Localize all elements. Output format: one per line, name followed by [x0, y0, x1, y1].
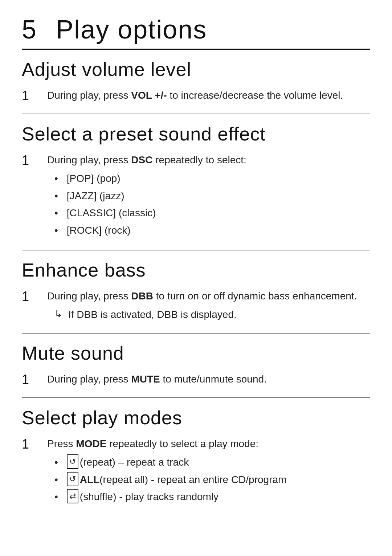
result-text: If DBB is activated, DBB is displayed.	[68, 307, 237, 322]
keyword-dsc: DSC	[131, 154, 152, 165]
section-adjust-volume: Adjust volume level 1 During play, press…	[22, 58, 370, 114]
step-content: Press MODE repeatedly to select a play m…	[47, 436, 370, 506]
keyword-dbb: DBB	[131, 290, 153, 302]
keyword-vol: VOL +/-	[131, 90, 167, 101]
list-item: [ROCK] (rock)	[47, 222, 370, 238]
shuffle-icon: ⇄	[67, 489, 78, 503]
step-content: During play, press MUTE to mute/unmute s…	[47, 371, 370, 387]
step-content: During play, press VOL +/- to increase/d…	[47, 87, 370, 103]
section-heading-preset-sound: Select a preset sound effect	[22, 123, 370, 145]
section-divider-3	[22, 333, 370, 334]
section-heading-mute-sound: Mute sound	[22, 342, 370, 364]
section-divider-1	[22, 114, 370, 114]
step-number: 1	[22, 288, 47, 304]
step-1-enhance-bass: 1 During play, press DBB to turn on or o…	[22, 288, 370, 323]
section-heading-adjust-volume: Adjust volume level	[22, 58, 370, 80]
section-mute-sound: Mute sound 1 During play, press MUTE to …	[22, 342, 370, 398]
repeat-icon: ↺	[67, 454, 78, 469]
play-modes-list: ↺ (repeat) – repeat a track ↺ ALL (repea…	[47, 454, 370, 504]
preset-sound-list: [POP] (pop) [JAZZ] (jazz) [CLASSIC] (cla…	[47, 171, 370, 238]
section-divider-2	[22, 250, 370, 250]
step-number: 1	[22, 152, 47, 168]
step-number: 1	[22, 87, 47, 103]
title-text: Play options	[56, 15, 207, 44]
step-1-adjust-volume: 1 During play, press VOL +/- to increase…	[22, 87, 370, 103]
chapter-number: 5	[22, 15, 37, 44]
list-item: ↺ (repeat) – repeat a track	[47, 454, 370, 470]
section-heading-play-modes: Select play modes	[22, 407, 370, 429]
list-item: [JAZZ] (jazz)	[47, 188, 370, 204]
step-1-mute-sound: 1 During play, press MUTE to mute/unmute…	[22, 371, 370, 387]
list-item: ⇄ (shuffle) - play tracks randomly	[47, 489, 370, 504]
page-title-container: 5 Play options	[22, 15, 370, 50]
step-1-preset-sound: 1 During play, press DSC repeatedly to s…	[22, 152, 370, 240]
step-number: 1	[22, 436, 47, 452]
list-item: [POP] (pop)	[47, 171, 370, 186]
step-1-play-modes: 1 Press MODE repeatedly to select a play…	[22, 436, 370, 506]
step-content: During play, press DBB to turn on or off…	[47, 288, 370, 323]
step-content: During play, press DSC repeatedly to sel…	[47, 152, 370, 240]
section-play-modes: Select play modes 1 Press MODE repeatedl…	[22, 407, 370, 506]
repeat-all-icon: ↺	[67, 472, 78, 486]
section-preset-sound: Select a preset sound effect 1 During pl…	[22, 123, 370, 250]
section-divider-4	[22, 397, 370, 398]
title-divider	[22, 49, 370, 50]
section-enhance-bass: Enhance bass 1 During play, press DBB to…	[22, 259, 370, 334]
step-number: 1	[22, 371, 47, 387]
page-title: 5 Play options	[22, 15, 370, 44]
result-arrow-icon: ↳	[54, 307, 62, 321]
keyword-mute: MUTE	[131, 373, 160, 385]
keyword-mode: MODE	[76, 438, 106, 449]
result-line: ↳ If DBB is activated, DBB is displayed.	[47, 307, 370, 322]
list-item: [CLASSIC] (classic)	[47, 205, 370, 221]
section-heading-enhance-bass: Enhance bass	[22, 259, 370, 281]
list-item: ↺ ALL (repeat all) - repeat an entire CD…	[47, 472, 370, 487]
keyword-all: ALL	[80, 472, 99, 487]
